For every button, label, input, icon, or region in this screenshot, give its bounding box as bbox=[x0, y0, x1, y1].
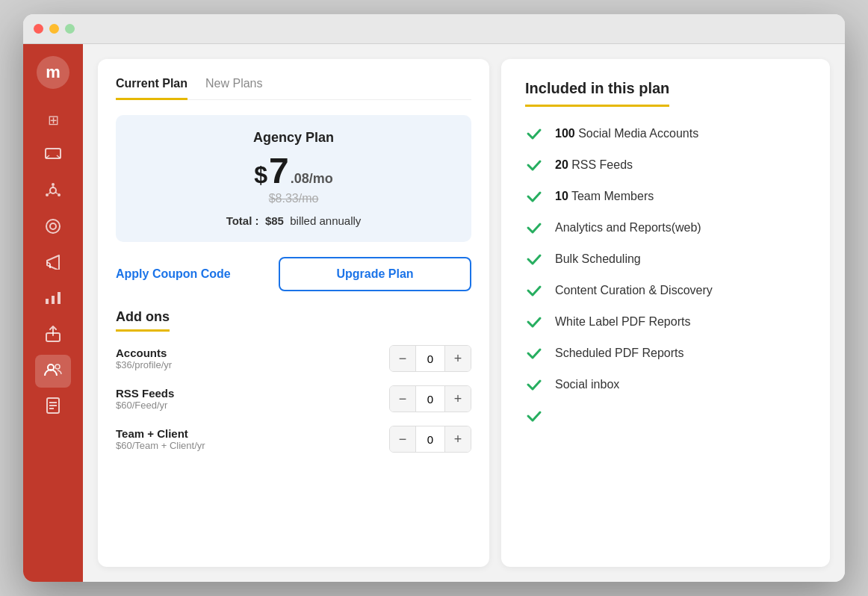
feature-item-6: White Label PDF Reports bbox=[525, 313, 806, 331]
sidebar-item-dashboard[interactable]: ⊞ bbox=[35, 104, 71, 137]
sidebar-item-campaigns[interactable] bbox=[35, 247, 71, 280]
messages-icon bbox=[45, 148, 61, 165]
check-icon-5 bbox=[525, 282, 543, 299]
feature-text-7: Scheduled PDF Reports bbox=[555, 347, 684, 360]
sidebar-item-reports[interactable] bbox=[35, 391, 71, 423]
stepper-accounts: − + bbox=[389, 345, 471, 372]
check-icon-0 bbox=[525, 125, 543, 143]
right-panel: Included in this plan 100 Social Media A… bbox=[501, 59, 830, 567]
addon-name-accounts: Accounts bbox=[116, 347, 389, 359]
check-icon-2 bbox=[525, 187, 543, 205]
feature-text-3: Analytics and Reports(web) bbox=[555, 221, 701, 235]
check-icon-6 bbox=[525, 313, 543, 331]
svg-rect-12 bbox=[58, 292, 61, 304]
addon-price-accounts: $36/profile/yr bbox=[116, 359, 389, 370]
tab-new-plans[interactable]: New Plans bbox=[205, 77, 262, 100]
dashboard-icon: ⊞ bbox=[48, 112, 59, 128]
svg-point-1 bbox=[50, 187, 56, 193]
feature-text-2: 10 Team Members bbox=[555, 190, 654, 203]
feature-text-4: Bulk Scheduling bbox=[555, 252, 641, 266]
sidebar-item-publish[interactable] bbox=[35, 319, 71, 352]
addons-section: Add ons Accounts $36/profile/yr − + bbox=[116, 309, 471, 453]
stepper-plus-team[interactable]: + bbox=[445, 426, 471, 452]
svg-rect-11 bbox=[52, 296, 55, 304]
upgrade-plan-button[interactable]: Upgrade Plan bbox=[279, 257, 471, 291]
plan-card: Agency Plan $ 7 .08/mo $8.33/mo Total : … bbox=[116, 115, 471, 242]
support-icon bbox=[45, 218, 61, 238]
svg-point-9 bbox=[50, 223, 56, 229]
price-dollar: $ bbox=[254, 161, 267, 189]
feature-item-2: 10 Team Members bbox=[525, 187, 806, 205]
svg-point-4 bbox=[46, 193, 49, 196]
feature-item-0: 100 Social Media Accounts bbox=[525, 125, 806, 143]
check-icon-3 bbox=[525, 219, 543, 237]
tabs: Current Plan New Plans bbox=[116, 77, 471, 100]
svg-point-3 bbox=[58, 193, 61, 196]
feature-item-8: Social inbox bbox=[525, 376, 806, 394]
feature-text-6: White Label PDF Reports bbox=[555, 315, 690, 329]
stepper-value-rss[interactable] bbox=[415, 386, 445, 412]
app-window: m ⊞ bbox=[23, 14, 845, 582]
main-content: Current Plan New Plans Agency Plan $ 7 .… bbox=[83, 44, 845, 582]
feature-item-5: Content Curation & Discovery bbox=[525, 282, 806, 299]
billed-label: billed annually bbox=[290, 214, 361, 227]
reports-icon bbox=[46, 397, 60, 417]
feature-text-8: Social inbox bbox=[555, 378, 619, 391]
campaigns-icon bbox=[45, 255, 61, 273]
stepper-minus-team[interactable]: − bbox=[390, 426, 415, 452]
apply-coupon-link[interactable]: Apply Coupon Code bbox=[116, 267, 264, 281]
svg-point-8 bbox=[46, 220, 60, 233]
addon-name-rss: RSS Feeds bbox=[116, 387, 389, 400]
minimize-dot[interactable] bbox=[49, 24, 59, 34]
sidebar-item-messages[interactable] bbox=[35, 140, 71, 173]
check-icon-8 bbox=[525, 376, 543, 394]
tab-current-plan[interactable]: Current Plan bbox=[116, 77, 187, 100]
network-icon bbox=[45, 182, 61, 202]
feature-list: 100 Social Media Accounts 20 RSS Feeds 1… bbox=[525, 125, 806, 425]
sidebar-logo[interactable]: m bbox=[37, 56, 69, 89]
svg-point-15 bbox=[55, 364, 60, 369]
stepper-value-team[interactable] bbox=[415, 426, 445, 452]
team-icon bbox=[44, 363, 62, 380]
price-main: 7 bbox=[269, 153, 289, 189]
svg-rect-10 bbox=[46, 299, 49, 304]
addon-info-accounts: Accounts $36/profile/yr bbox=[116, 347, 389, 370]
total-row: Total : $85 billed annually bbox=[131, 214, 456, 227]
feature-text-5: Content Curation & Discovery bbox=[555, 284, 713, 297]
actions-row: Apply Coupon Code Upgrade Plan bbox=[116, 257, 471, 291]
addons-title: Add ons bbox=[116, 309, 170, 332]
included-title: Included in this plan bbox=[525, 80, 669, 107]
sidebar-item-support[interactable] bbox=[35, 211, 71, 244]
sidebar-item-team[interactable] bbox=[35, 355, 71, 388]
addon-row-rss: RSS Feeds $60/Feed/yr − + bbox=[116, 385, 471, 412]
titlebar bbox=[23, 14, 845, 44]
check-icon-4 bbox=[525, 250, 543, 268]
addon-info-rss: RSS Feeds $60/Feed/yr bbox=[116, 387, 389, 411]
stepper-minus-accounts[interactable]: − bbox=[390, 346, 415, 371]
stepper-plus-rss[interactable]: + bbox=[445, 386, 471, 412]
app-body: m ⊞ bbox=[23, 44, 845, 582]
close-dot[interactable] bbox=[34, 24, 43, 34]
feature-item-7: Scheduled PDF Reports bbox=[525, 344, 806, 362]
sidebar-item-analytics[interactable] bbox=[35, 283, 71, 316]
svg-line-7 bbox=[49, 192, 51, 193]
feature-item-1: 20 RSS Feeds bbox=[525, 156, 806, 174]
feature-text-0: 100 Social Media Accounts bbox=[555, 127, 698, 140]
stepper-minus-rss[interactable]: − bbox=[390, 386, 415, 412]
addon-price-rss: $60/Feed/yr bbox=[116, 400, 389, 411]
check-icon-7 bbox=[525, 344, 543, 362]
sidebar-item-network[interactable] bbox=[35, 176, 71, 208]
stepper-plus-accounts[interactable]: + bbox=[445, 346, 471, 371]
maximize-dot[interactable] bbox=[65, 24, 75, 34]
stepper-value-accounts[interactable] bbox=[415, 346, 445, 371]
addon-name-team: Team + Client bbox=[116, 427, 389, 440]
analytics-icon bbox=[45, 291, 61, 308]
left-panel: Current Plan New Plans Agency Plan $ 7 .… bbox=[98, 59, 489, 567]
addon-row-team: Team + Client $60/Team + Client/yr − + bbox=[116, 426, 471, 453]
svg-line-6 bbox=[56, 192, 58, 193]
stepper-team: − + bbox=[389, 426, 471, 453]
price-original: $8.33/mo bbox=[131, 192, 456, 205]
publish-icon bbox=[46, 326, 61, 346]
svg-point-2 bbox=[52, 183, 55, 186]
feature-item-3: Analytics and Reports(web) bbox=[525, 219, 806, 237]
